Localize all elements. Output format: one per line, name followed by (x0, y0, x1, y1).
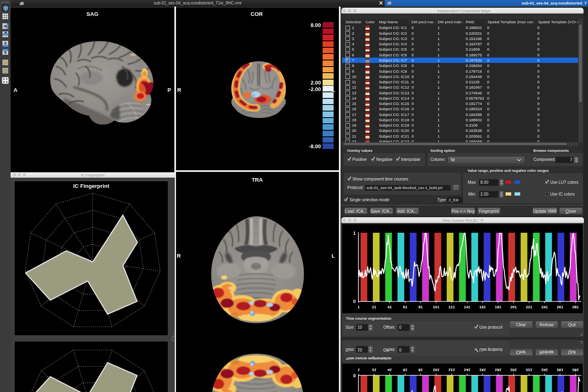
svg-text:21: 21 (372, 305, 376, 309)
svg-text:281: 281 (572, 305, 579, 309)
svg-text:121: 121 (448, 368, 455, 372)
svg-text:201: 201 (510, 305, 517, 309)
svg-text:141: 141 (464, 305, 471, 309)
svg-text:241: 241 (541, 368, 548, 372)
svg-text:101: 101 (433, 305, 440, 309)
svg-text:261: 261 (557, 305, 564, 309)
svg-text:121: 121 (448, 305, 455, 309)
svg-text:81: 81 (419, 305, 423, 309)
svg-text:41: 41 (388, 368, 392, 372)
svg-text:1: 1 (358, 305, 360, 309)
svg-text:201: 201 (510, 368, 517, 372)
svg-text:261: 261 (557, 368, 564, 372)
svg-text:61: 61 (403, 368, 408, 372)
svg-text:0: 0 (353, 299, 356, 304)
svg-text:241: 241 (541, 305, 548, 309)
svg-text:101: 101 (433, 368, 440, 372)
svg-text:0: 0 (353, 373, 356, 378)
svg-text:41: 41 (388, 305, 392, 309)
svg-text:1: 1 (358, 368, 360, 372)
svg-text:181: 181 (495, 368, 502, 372)
svg-text:61: 61 (403, 305, 408, 309)
svg-text:141: 141 (464, 368, 471, 372)
svg-text:161: 161 (479, 305, 486, 309)
svg-text:161: 161 (479, 368, 486, 372)
svg-text:221: 221 (526, 305, 533, 309)
svg-text:181: 181 (495, 305, 502, 309)
svg-text:281: 281 (572, 368, 579, 372)
svg-text:1: 1 (353, 231, 356, 236)
svg-text:81: 81 (419, 368, 423, 372)
svg-text:21: 21 (372, 368, 376, 372)
svg-text:221: 221 (526, 368, 533, 372)
